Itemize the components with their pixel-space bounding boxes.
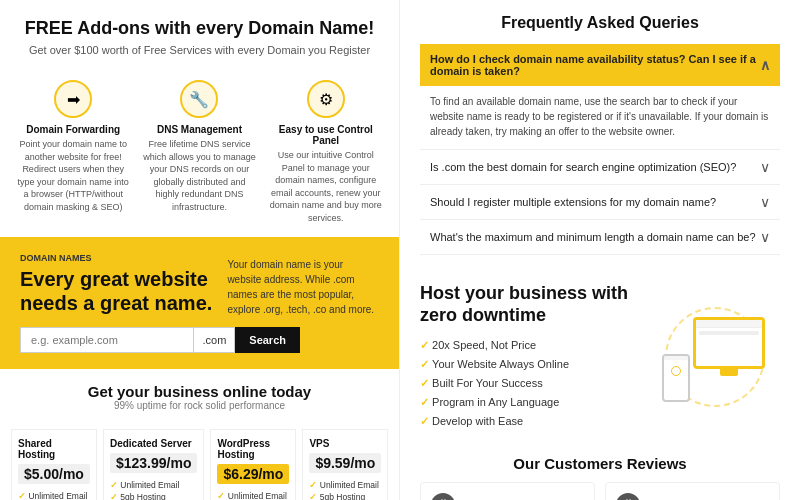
chevron-down-icon: ∨ [760,229,770,245]
list-item: 5gb Hosting [309,491,381,500]
plan-name-2: WordPress Hosting [217,438,289,460]
faq-question-3[interactable]: What's the maximum and minimum length a … [420,220,780,254]
plan-price-1: $123.99/mo [110,453,198,473]
faq-question-1[interactable]: Is .com the best domain for search engin… [420,150,780,184]
feature-dns: 🔧 DNS Management Free lifetime DNS servi… [143,80,257,225]
host-feature-4: Develop with Ease [420,412,650,431]
plan-price-2: $6.29/mo [217,464,289,484]
domain-forwarding-icon: ➡ [54,80,92,118]
list-item: Unlimited Email [110,479,198,491]
plan-wordpress: WordPress Hosting $6.29/mo Unlimited Ema… [210,429,296,500]
plan-shared: Shared Hosting $5.00/mo Unlimited Email … [11,429,97,500]
review-card-0: ❝ I chose you because you create added v… [420,482,595,500]
host-features-list: 20x Speed, Not Price Your Website Always… [420,336,650,431]
feature-domain-forwarding: ➡ Domain Forwarding Point your domain na… [16,80,130,225]
plan-name-3: VPS [309,438,381,449]
quote-icon-0: ❝ [431,493,455,500]
right-panel: Frequently Asked Queries How do I check … [400,0,800,500]
plan-name-1: Dedicated Server [110,438,198,449]
list-item: 5gb Hosting [110,491,198,500]
host-section: Host your business with zero downtime 20… [400,269,800,445]
list-item: Unlimited Email [18,490,90,500]
plan-features-3: Unlimited Email 5gb Hosting 2 website 3 … [309,479,381,500]
faq-title: Frequently Asked Queries [420,14,780,32]
faq-answer-0: To find an available domain name, use th… [420,86,780,149]
list-item: Unlimited Email [217,490,289,500]
business-subtext: 99% uptime for rock solid performance [20,400,379,411]
chevron-up-icon: ∧ [760,57,770,73]
host-heading: Host your business with zero downtime [420,283,650,326]
plan-price-0: $5.00/mo [18,464,90,484]
domain-search-button[interactable]: Search [235,327,300,353]
faq-question-2[interactable]: Should I register multiple extensions fo… [420,185,780,219]
host-feature-0: 20x Speed, Not Price [420,336,650,355]
hero-section: FREE Add-ons with every Domain Name! Get… [0,0,399,68]
feature-title-2: DNS Management [143,124,257,135]
host-feature-3: Program in Any Language [420,393,650,412]
feature-desc-2: Free lifetime DNS service which allows y… [143,138,257,214]
plan-features-1: Unlimited Email 5gb Hosting 2 website 3 … [110,479,198,500]
plan-vps: VPS $9.59/mo Unlimited Email 5gb Hosting… [302,429,388,500]
chevron-down-icon: ∨ [760,194,770,210]
host-feature-1: Your Website Always Online [420,355,650,374]
reviews-title: Our Customers Reviews [420,455,780,472]
quote-icon-1: ❝ [616,493,640,500]
reviews-section: Our Customers Reviews ❝ I chose you beca… [400,445,800,500]
host-graphic [650,312,780,402]
control-panel-icon: ⚙ [307,80,345,118]
faq-question-0[interactable]: How do I check domain name availability … [420,44,780,86]
business-section: Get your business online today 99% uptim… [0,369,399,429]
list-item: Unlimited Email [309,479,381,491]
feature-desc-1: Point your domain name to another websit… [16,138,130,214]
host-feature-2: Built For Your Success [420,374,650,393]
plan-price-3: $9.59/mo [309,453,381,473]
domain-tld-selector[interactable]: .com [194,327,235,353]
faq-item-0[interactable]: How do I check domain name availability … [420,44,780,150]
feature-desc-3: Use our intuitive Control Panel to manag… [269,149,383,225]
features-section: ➡ Domain Forwarding Point your domain na… [0,68,399,237]
hero-subtitle: Get over $100 worth of Free Services wit… [20,44,379,56]
feature-title-3: Easy to use Control Panel [269,124,383,146]
plan-name-0: Shared Hosting [18,438,90,460]
review-card-1: ❝ I chose you because you create added v… [605,482,780,500]
plan-dedicated: Dedicated Server $123.99/mo Unlimited Em… [103,429,205,500]
faq-item-3[interactable]: What's the maximum and minimum length a … [420,220,780,255]
domain-search-input[interactable] [20,327,194,353]
faq-section: Frequently Asked Queries How do I check … [400,0,800,269]
left-panel: FREE Add-ons with every Domain Name! Get… [0,0,400,500]
faq-item-1[interactable]: Is .com the best domain for search engin… [420,150,780,185]
chevron-down-icon: ∨ [760,159,770,175]
dns-icon: 🔧 [180,80,218,118]
domain-banner-right-text: Your domain name is your website address… [227,257,379,317]
domain-banner-heading: Every great website needs a great name. [20,267,217,315]
feature-control-panel: ⚙ Easy to use Control Panel Use our intu… [269,80,383,225]
host-text: Host your business with zero downtime 20… [420,283,650,431]
domain-banner: DOMAIN NAMES Every great website needs a… [0,237,399,369]
feature-title-1: Domain Forwarding [16,124,130,135]
plan-features-0: Unlimited Email 5gb Hosting 2 website 3 … [18,490,90,500]
domain-search-bar[interactable]: .com Search [20,327,300,353]
reviews-grid: ❝ I chose you because you create added v… [420,482,780,500]
business-heading: Get your business online today [20,383,379,400]
plan-features-2: Unlimited Email 5gb Hosting 2 website 3 … [217,490,289,500]
hero-title: FREE Add-ons with every Domain Name! [20,18,379,39]
faq-item-2[interactable]: Should I register multiple extensions fo… [420,185,780,220]
hosting-plans: Shared Hosting $5.00/mo Unlimited Email … [0,429,399,500]
